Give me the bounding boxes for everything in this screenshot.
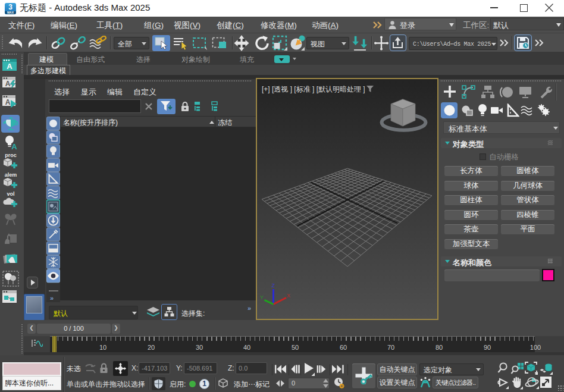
svg-text:Z: Z xyxy=(272,283,275,288)
svg-text:A: A xyxy=(5,80,11,88)
svg-text:A: A xyxy=(11,142,17,150)
svg-text:A: A xyxy=(5,98,11,106)
svg-text:Y: Y xyxy=(260,294,264,300)
svg-text:X: X xyxy=(287,293,290,299)
svg-text:A: A xyxy=(7,62,12,71)
